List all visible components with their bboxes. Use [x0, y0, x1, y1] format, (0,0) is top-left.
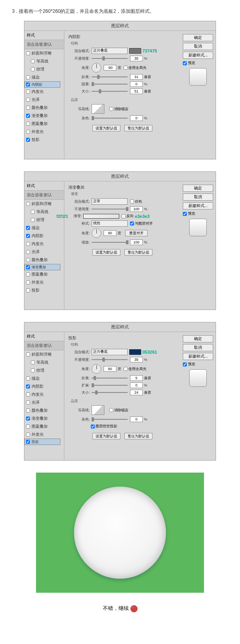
antialias-check[interactable]: 消除锯齿: [109, 408, 128, 413]
style-checkbox[interactable]: [26, 98, 30, 102]
scale-value[interactable]: 100: [130, 239, 143, 245]
gradient-bar[interactable]: [83, 214, 119, 219]
angle-dial[interactable]: [92, 364, 101, 374]
opacity-slider[interactable]: [92, 359, 128, 360]
style-checkbox[interactable]: [26, 130, 30, 134]
new-style-button[interactable]: 新建样式...: [183, 202, 213, 209]
spread-value[interactable]: 0: [130, 382, 143, 388]
style-item[interactable]: 光泽: [24, 96, 64, 104]
preview-check[interactable]: 预览: [183, 211, 213, 216]
style-checkbox[interactable]: [26, 114, 30, 118]
style-checkbox[interactable]: [26, 202, 30, 206]
opacity-slider[interactable]: [92, 209, 128, 209]
style-item[interactable]: 等高线: [24, 358, 64, 366]
style-checkbox[interactable]: [26, 226, 30, 230]
color-swatch[interactable]: [129, 349, 141, 355]
choke-value[interactable]: 0: [130, 81, 143, 87]
style-item[interactable]: 光泽: [24, 248, 64, 256]
dither-check[interactable]: 仿色: [130, 199, 142, 204]
style-item[interactable]: 内发光: [24, 88, 64, 96]
style-item[interactable]: 描边: [24, 224, 64, 232]
scale-slider[interactable]: [92, 242, 128, 243]
style-checkbox[interactable]: [26, 433, 30, 437]
style-checkbox[interactable]: [26, 234, 30, 238]
angle-value[interactable]: 90: [104, 366, 116, 372]
style-checkbox[interactable]: [26, 440, 30, 444]
reverse-check[interactable]: 反向: [122, 213, 134, 219]
reset-align-button[interactable]: 重置对齐: [125, 230, 148, 236]
noise-slider[interactable]: [92, 118, 128, 119]
angle-dial[interactable]: [92, 228, 101, 238]
ok-button[interactable]: 确定: [183, 335, 213, 342]
style-checkbox[interactable]: [31, 59, 35, 63]
style-checkbox[interactable]: [26, 258, 30, 262]
noise-slider[interactable]: [92, 419, 128, 420]
distance-value[interactable]: 5: [130, 375, 143, 381]
style-checkbox[interactable]: [26, 400, 30, 405]
set-default-button[interactable]: 设置为默认值: [92, 433, 120, 439]
style-checkbox[interactable]: [31, 218, 35, 222]
opacity-value[interactable]: 35: [130, 56, 143, 61]
style-item[interactable]: 斜面和浮雕: [24, 350, 64, 358]
new-style-button[interactable]: 新建样式...: [183, 52, 213, 59]
style-item[interactable]: 内阴影: [24, 81, 60, 88]
style-item[interactable]: 等高线: [24, 57, 64, 65]
style-item[interactable]: 渐变叠加: [24, 264, 60, 270]
noise-value[interactable]: 0: [130, 115, 143, 121]
preview-check[interactable]: 预览: [183, 362, 213, 367]
style-item[interactable]: 图案叠加: [24, 423, 64, 431]
style-checkbox[interactable]: [26, 409, 30, 413]
global-light-check[interactable]: 使用全局光: [124, 65, 146, 70]
style-checkbox[interactable]: [26, 272, 30, 276]
style-item[interactable]: 描边: [24, 374, 64, 382]
opacity-slider[interactable]: [92, 58, 128, 59]
angle-value[interactable]: 90: [104, 230, 116, 236]
set-default-button[interactable]: 设置为默认值: [92, 249, 120, 256]
style-item[interactable]: 投影: [24, 439, 60, 445]
style-select[interactable]: 线性: [92, 220, 128, 227]
style-item[interactable]: 投影: [24, 286, 64, 294]
style-item[interactable]: 外发光: [24, 128, 64, 136]
style-checkbox[interactable]: [26, 384, 30, 388]
style-item[interactable]: 渐变叠加: [24, 415, 64, 423]
blend-mode-select[interactable]: 正片叠底: [92, 48, 128, 54]
style-checkbox[interactable]: [26, 138, 30, 142]
style-checkbox[interactable]: [26, 392, 30, 396]
angle-dial[interactable]: [92, 63, 101, 72]
style-checkbox[interactable]: [26, 122, 30, 126]
style-item[interactable]: 内阴影: [24, 382, 64, 390]
blend-options[interactable]: 混合选项:默认: [24, 40, 64, 49]
ok-button[interactable]: 确定: [183, 185, 213, 192]
align-check[interactable]: 与图层对齐: [130, 221, 153, 226]
distance-value[interactable]: 31: [130, 74, 143, 80]
cancel-button[interactable]: 取消: [183, 193, 213, 201]
style-item[interactable]: 颜色叠加: [24, 256, 64, 264]
style-item[interactable]: 图案叠加: [24, 120, 64, 128]
style-item[interactable]: 斜面和浮雕: [24, 200, 64, 208]
opacity-value[interactable]: 100: [130, 206, 143, 212]
angle-value[interactable]: -90: [104, 65, 116, 70]
size-slider[interactable]: [92, 392, 128, 393]
blend-options[interactable]: 混合选项:默认: [24, 341, 64, 350]
style-item[interactable]: 光泽: [24, 398, 64, 407]
spread-slider[interactable]: [92, 385, 128, 386]
cancel-button[interactable]: 取消: [183, 43, 213, 50]
size-value[interactable]: 51: [130, 89, 143, 94]
style-checkbox[interactable]: [26, 376, 30, 380]
reset-default-button[interactable]: 复位为默认值: [124, 125, 152, 131]
distance-slider[interactable]: [92, 378, 128, 378]
style-item[interactable]: 描边: [24, 73, 64, 81]
style-checkbox[interactable]: [31, 67, 35, 71]
style-checkbox[interactable]: [26, 265, 30, 269]
cancel-button[interactable]: 取消: [183, 344, 213, 351]
choke-slider[interactable]: [92, 84, 128, 85]
color-swatch[interactable]: [129, 48, 141, 54]
size-slider[interactable]: [92, 91, 128, 92]
style-checkbox[interactable]: [26, 90, 30, 94]
preview-check[interactable]: 预览: [183, 60, 213, 66]
style-item[interactable]: 外发光: [24, 278, 64, 286]
style-item[interactable]: 图案叠加: [24, 270, 64, 278]
global-light-check[interactable]: 使用全局光: [124, 366, 146, 372]
noise-value[interactable]: 0: [130, 417, 143, 422]
style-checkbox[interactable]: [26, 106, 30, 110]
